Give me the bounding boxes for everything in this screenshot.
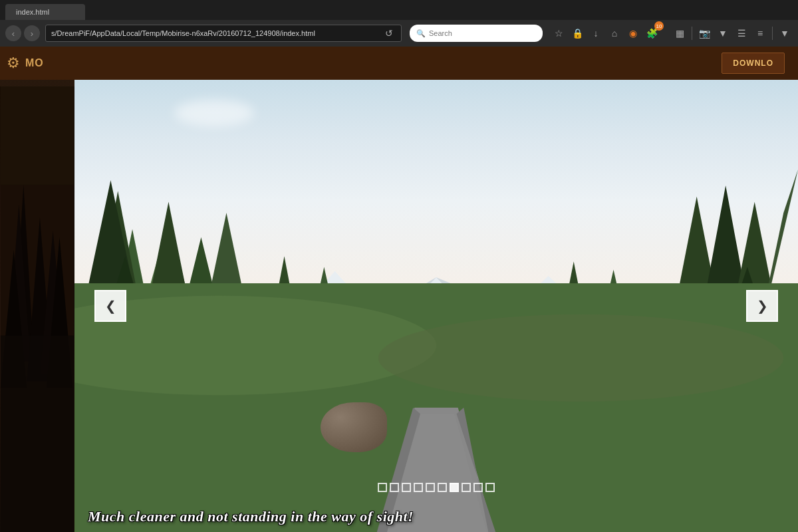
gear-icon-app: ⚙ (7, 55, 20, 72)
sidebar-forest-svg (0, 86, 74, 532)
forward-button[interactable]: › (24, 25, 40, 41)
sidebar-dark-image (0, 86, 74, 532)
carousel-dot-5[interactable] (426, 483, 435, 492)
back-button[interactable]: ‹ (5, 25, 21, 41)
reload-button[interactable]: ↺ (382, 28, 396, 39)
address-bar-container: ↺ (45, 25, 402, 42)
extra-icon[interactable]: ≡ (752, 25, 768, 41)
slide-caption-text: Much cleaner and not standing in the way… (88, 508, 414, 525)
extensions-icon: 🧩 10 (644, 25, 669, 41)
carousel-dot-3[interactable] (402, 483, 411, 492)
slide-caption: Much cleaner and not standing in the way… (74, 508, 798, 525)
search-input[interactable] (429, 29, 536, 37)
carousel-dot-8[interactable] (462, 483, 471, 492)
app-header-bar: ⚙ MO (0, 47, 74, 80)
carousel-dot-7[interactable] (450, 483, 459, 492)
carousel-dot-9[interactable] (473, 483, 483, 492)
ground-svg (74, 283, 798, 532)
carousel-dots (378, 483, 495, 492)
vpn-icon[interactable]: ◉ (625, 25, 641, 41)
browser-tab[interactable]: index.html (5, 4, 85, 20)
more-menu-icon[interactable]: ☰ (733, 25, 749, 41)
download-icon[interactable]: ↓ (588, 25, 604, 41)
cloud-hint (174, 100, 254, 126)
slide-image (74, 80, 798, 532)
search-icon: 🔍 (416, 29, 426, 38)
prev-arrow-icon: ❮ (105, 298, 116, 314)
browser-chrome: index.html ‹ › ↺ 🔍 ☆ 🔒 ↓ ⌂ ◉ 🧩 10 ▦ 📷 (0, 0, 798, 47)
tab-label: index.html (16, 8, 49, 16)
slider-container: ❮ ❯ Much cleaner and not sta (74, 80, 798, 532)
carousel-dot-2[interactable] (390, 483, 399, 492)
download-button[interactable]: DOWNLO (722, 53, 785, 74)
app-logo-text: MO (25, 57, 44, 69)
svg-point-36 (378, 315, 783, 402)
bookmark-icon[interactable]: ☆ (551, 25, 567, 41)
search-bar-container: 🔍 (410, 25, 543, 42)
dropdown-icon[interactable]: ▼ (777, 25, 793, 41)
svg-rect-7 (1, 335, 74, 532)
separator2 (772, 27, 773, 40)
carousel-dot-4[interactable] (414, 483, 423, 492)
carousel-dot-1[interactable] (378, 483, 387, 492)
apps-icon[interactable]: ▦ (672, 25, 688, 41)
carousel-dot-10[interactable] (485, 483, 495, 492)
notification-badge: 10 (654, 21, 664, 31)
carousel-arrow-left[interactable]: ❮ (94, 290, 126, 322)
app-toolbar: DOWNLO (74, 47, 798, 80)
browser-content: ⚙ MO DOWNLO (0, 47, 798, 532)
separator (692, 27, 692, 40)
home-icon[interactable]: ⌂ (606, 25, 622, 41)
browser-icons: ☆ 🔒 ↓ ⌂ ◉ 🧩 10 ▦ 📷 ▼ ☰ ≡ ▼ (551, 25, 793, 41)
address-bar[interactable] (51, 29, 382, 37)
lock-icon[interactable]: 🔒 (569, 25, 585, 41)
carousel-arrow-right[interactable]: ❯ (746, 290, 778, 322)
menu-dropdown-icon[interactable]: ▼ (715, 25, 731, 41)
ground-layer (74, 283, 798, 532)
next-arrow-icon: ❯ (757, 298, 768, 314)
browser-tab-bar: index.html (0, 0, 798, 20)
carousel-dot-6[interactable] (438, 483, 447, 492)
main-content: DOWNLO (74, 47, 798, 532)
svg-rect-8 (1, 86, 74, 185)
browser-toolbar: ‹ › ↺ 🔍 ☆ 🔒 ↓ ⌂ ◉ 🧩 10 ▦ 📷 ▼ ☰ ≡ (0, 20, 798, 47)
rock (321, 402, 387, 452)
screenshot-icon[interactable]: 📷 (696, 25, 712, 41)
app-sidebar-left: ⚙ MO (0, 47, 74, 532)
